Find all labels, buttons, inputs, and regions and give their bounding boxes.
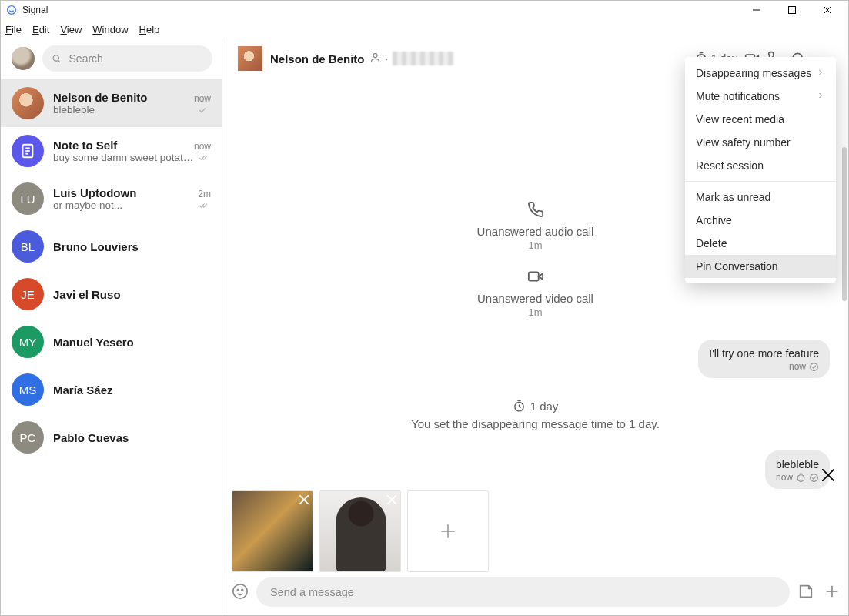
conversation-name: Javi el Ruso <box>53 288 121 301</box>
svg-point-11 <box>373 54 377 58</box>
contact-phone-redacted <box>393 52 454 65</box>
conversation-item[interactable]: MSMaría Sáez <box>1 366 222 413</box>
delivered-check-icon <box>809 362 819 372</box>
titlebar: Signal <box>1 1 848 19</box>
svg-point-32 <box>233 584 247 598</box>
conversation-time: 2m <box>198 189 211 199</box>
svg-point-20 <box>811 363 818 370</box>
conversation-preview: blebleble <box>53 104 95 116</box>
context-menu-item[interactable]: Archive <box>685 209 836 232</box>
context-menu-label: Pin Conversation <box>696 260 778 273</box>
context-menu-item[interactable]: View safety number <box>685 131 836 154</box>
search-box[interactable] <box>42 45 212 72</box>
svg-point-0 <box>8 6 16 15</box>
menubar: File Edit View Window Help <box>1 19 848 39</box>
chat-contact-name[interactable]: Nelson de Benito <box>270 52 365 65</box>
remove-attachment-button[interactable] <box>385 493 399 507</box>
current-user-avatar[interactable] <box>12 47 35 70</box>
window-close-button[interactable] <box>810 1 845 19</box>
menu-file[interactable]: File <box>5 24 22 35</box>
svg-point-34 <box>242 589 243 591</box>
call-time: 1m <box>241 306 830 318</box>
conversation-name: Note to Self <box>53 139 117 152</box>
close-attachments-button[interactable] <box>822 469 834 484</box>
delivery-status-icon <box>199 105 211 115</box>
chevron-right-icon <box>816 67 825 79</box>
contact-info-icon <box>369 52 381 65</box>
conversation-item[interactable]: LULuis Uptodown2mor maybe not... <box>1 175 222 223</box>
avatar: JE <box>12 278 44 310</box>
context-menu-label: Mute notifications <box>696 90 780 102</box>
message-text: blebleble <box>776 458 819 470</box>
conversation-item[interactable]: BLBruno Louviers <box>1 223 222 270</box>
app-icon <box>5 4 18 16</box>
attach-plus-button[interactable] <box>824 583 841 602</box>
context-menu-separator <box>685 181 836 182</box>
sidebar: Nelson de BenitonowbleblebleNote to Self… <box>1 39 222 615</box>
chevron-right-icon <box>816 90 825 102</box>
conversation-name: María Sáez <box>53 383 113 397</box>
context-menu-item[interactable]: Delete <box>685 232 836 255</box>
add-attachment-button[interactable] <box>407 490 489 572</box>
context-menu: Disappearing messagesMute notificationsV… <box>685 57 836 283</box>
avatar: LU <box>12 182 44 215</box>
search-input[interactable] <box>68 52 203 65</box>
message-time: now <box>789 361 806 372</box>
context-menu-item[interactable]: Disappearing messages <box>685 62 836 85</box>
conversation-preview: buy some damn sweet potatoes <box>53 152 199 163</box>
remove-attachment-button[interactable] <box>297 493 311 507</box>
menu-help[interactable]: Help <box>139 24 160 35</box>
menu-view[interactable]: View <box>60 24 82 35</box>
window-maximize-button[interactable] <box>774 1 810 19</box>
svg-line-6 <box>58 60 60 62</box>
conversation-item[interactable]: Nelson de Benitonowblebleble <box>1 79 222 127</box>
svg-rect-19 <box>528 273 538 281</box>
composer <box>232 577 841 608</box>
context-menu-label: Disappearing messages <box>696 67 811 79</box>
conversation-name: Luis Uptodown <box>53 186 136 199</box>
emoji-button[interactable] <box>232 583 249 602</box>
avatar: MY <box>12 326 44 358</box>
menu-edit[interactable]: Edit <box>32 24 49 35</box>
conversation-item[interactable]: JEJavi el Ruso <box>1 270 222 318</box>
avatar <box>12 87 44 119</box>
conversation-name: Nelson de Benito <box>53 91 148 104</box>
conversation-name: Pablo Cuevas <box>53 431 129 444</box>
attachment-thumbnail[interactable] <box>319 490 401 572</box>
context-menu-item[interactable]: View recent media <box>685 108 836 131</box>
conversation-time: now <box>194 141 211 152</box>
window-minimize-button[interactable] <box>739 1 774 19</box>
chat-contact-avatar[interactable] <box>238 46 262 71</box>
conversation-name: Manuel Yesero <box>53 336 134 349</box>
conversation-item[interactable]: Note to Selfnowbuy some damn sweet potat… <box>1 127 222 175</box>
context-menu-item[interactable]: Mark as unread <box>685 186 836 209</box>
context-menu-label: Archive <box>696 214 732 226</box>
avatar: BL <box>12 230 44 263</box>
scrollbar[interactable] <box>842 147 847 301</box>
context-menu-item[interactable]: Mute notifications <box>685 85 836 108</box>
context-menu-label: Delete <box>696 237 727 249</box>
sticker-button[interactable] <box>797 583 814 602</box>
outgoing-message[interactable]: I'll try one more feature now <box>698 340 830 378</box>
svg-point-33 <box>237 589 239 591</box>
disappearing-timer-notice: 1 day You set the disappearing message t… <box>241 400 830 430</box>
call-label: Unanswered video call <box>241 292 830 305</box>
message-text: I'll try one more feature <box>709 347 819 360</box>
context-menu-label: Mark as unread <box>696 191 770 203</box>
window-title: Signal <box>22 5 739 15</box>
delivery-status-icon <box>199 201 211 210</box>
conversation-time: now <box>194 93 211 104</box>
timer-text: You set the disappearing message time to… <box>241 417 830 430</box>
context-menu-item[interactable]: Pin Conversation <box>685 255 836 278</box>
message-input[interactable] <box>269 585 777 599</box>
conversation-list: Nelson de BenitonowbleblebleNote to Self… <box>1 79 222 615</box>
message-input-wrap[interactable] <box>256 578 790 607</box>
avatar: MS <box>12 373 44 406</box>
attachment-thumbnail[interactable] <box>232 490 313 572</box>
conversation-item[interactable]: PCPablo Cuevas <box>1 413 222 461</box>
menu-window[interactable]: Window <box>92 24 128 35</box>
conversation-item[interactable]: MYManuel Yesero <box>1 318 222 366</box>
timer-icon <box>513 400 526 413</box>
context-menu-item[interactable]: Reset session <box>685 154 836 177</box>
context-menu-label: Reset session <box>696 159 764 172</box>
